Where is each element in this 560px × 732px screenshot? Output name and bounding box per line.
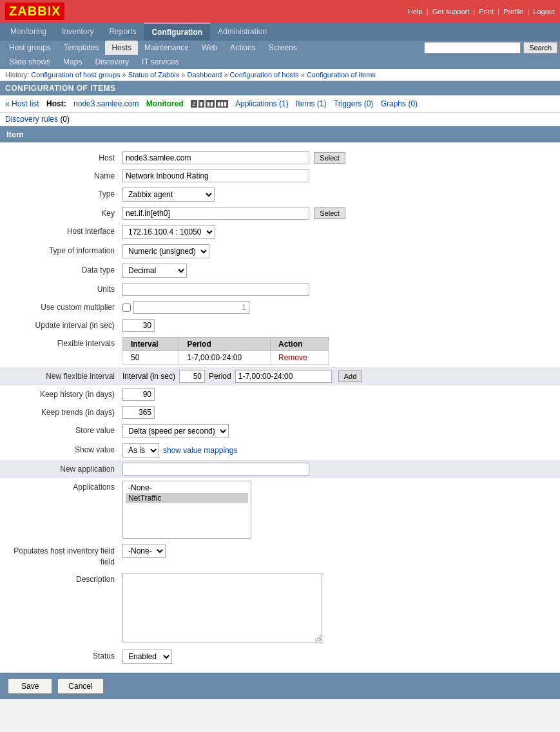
showvalue-select[interactable]: As is	[122, 443, 159, 458]
items-link[interactable]: Items (1)	[296, 99, 326, 108]
new-interval-input[interactable]	[179, 370, 205, 383]
section-title: CONFIGURATION OF ITEMS	[0, 81, 560, 95]
add-button[interactable]: Add	[338, 371, 363, 382]
keephistory-input[interactable]	[122, 388, 155, 401]
form-row-host: Host Select	[0, 149, 560, 167]
app-option-nettraffic[interactable]: NetTraffic	[126, 493, 248, 503]
host-select-button[interactable]: Select	[314, 152, 345, 164]
nav-inventory[interactable]: Inventory	[54, 23, 101, 40]
keeptrends-input[interactable]	[122, 406, 155, 419]
period-label-text: Period	[209, 372, 231, 381]
host-info-bar: « Host list Host: node3.samlee.com Monit…	[0, 95, 560, 113]
key-select-button[interactable]: Select	[314, 207, 345, 219]
profile-link[interactable]: Profile	[503, 8, 523, 15]
flexintervals-control: Interval Period Action 50 1-7,00:00-24:0…	[122, 337, 554, 365]
updateinterval-label: Update interval (in sec)	[6, 319, 122, 330]
icon-bar3: ▮▮▮	[216, 100, 228, 108]
showvalue-label: Show value	[6, 443, 122, 454]
name-input[interactable]	[122, 169, 309, 182]
hostinventory-select[interactable]: -None-	[122, 544, 166, 558]
subnav-hosts[interactable]: Hosts	[105, 41, 138, 55]
triggers-link[interactable]: Triggers (0)	[334, 99, 374, 108]
discovery-rules-link[interactable]: Discovery rules	[5, 115, 58, 124]
search-button[interactable]: Search	[523, 42, 557, 53]
breadcrumb-confhosts[interactable]: Configuration of hosts	[230, 71, 299, 79]
col-period: Period	[179, 338, 271, 351]
get-support-link[interactable]: Get support	[432, 8, 469, 15]
breadcrumb-hostgroups[interactable]: Configuration of host groups	[31, 71, 120, 79]
host-list-link[interactable]: « Host list	[5, 99, 39, 108]
form-row-updateinterval: Update interval (in sec)	[0, 316, 560, 334]
interval-sec-label: Interval (in sec)	[122, 372, 175, 381]
form-area: Host Select Name Type Zabbix agent Zabbi…	[0, 142, 560, 673]
name-field-control	[122, 169, 554, 182]
search-input[interactable]	[424, 42, 521, 53]
breadcrumb-confitems[interactable]: Configuration of items	[307, 71, 376, 79]
form-row-typeinfo: Type of information Numeric (unsigned) N…	[0, 242, 560, 261]
nav-monitoring[interactable]: Monitoring	[3, 23, 54, 40]
applications-label: Applications	[6, 481, 122, 492]
logout-link[interactable]: Logout	[533, 8, 555, 15]
breadcrumb-status[interactable]: Status of Zabbix	[128, 71, 180, 79]
applications-link[interactable]: Applications (1)	[235, 99, 289, 108]
hostinterface-select[interactable]: 172.16.100.4 : 10050	[122, 225, 215, 239]
updateinterval-control	[122, 319, 554, 332]
col-action: Action	[271, 338, 329, 351]
storevalue-select[interactable]: As is Delta (speed per second) Delta (si…	[122, 424, 229, 438]
app-option-none[interactable]: -None-	[126, 483, 248, 493]
newflexinterval-control: Interval (in sec) Period Add	[122, 370, 554, 383]
subnav-web[interactable]: Web	[195, 41, 224, 55]
updateinterval-input[interactable]	[122, 319, 155, 332]
host-input[interactable]	[122, 151, 309, 164]
hostname-link[interactable]: node3.samlee.com	[73, 99, 139, 108]
typeinfo-label: Type of information	[6, 244, 122, 255]
status-select[interactable]: Enabled Disabled	[122, 650, 172, 664]
main-nav: Monitoring Inventory Reports Configurati…	[0, 23, 560, 41]
subnav-maps[interactable]: Maps	[57, 55, 88, 69]
breadcrumb-dashboard[interactable]: Dashboard	[188, 71, 222, 79]
description-textarea[interactable]	[122, 573, 322, 642]
show-value-mappings-link[interactable]: show value mappings	[163, 446, 237, 455]
form-row-flexintervals: Flexible intervals Interval Period Actio…	[0, 334, 560, 367]
subnav-screens[interactable]: Screens	[262, 41, 304, 55]
description-control	[122, 573, 554, 644]
print-link[interactable]: Print	[479, 8, 494, 15]
multiplier-value-input[interactable]	[133, 301, 249, 314]
subnav-actions[interactable]: Actions	[224, 41, 262, 55]
type-field-label: Type	[6, 188, 122, 198]
newapplication-input[interactable]	[122, 463, 309, 476]
datatype-select[interactable]: Decimal Octal Hexadecimal Boolean	[122, 264, 187, 278]
save-button[interactable]: Save	[8, 679, 52, 694]
subnav-templates[interactable]: Templates	[57, 41, 106, 55]
cancel-button[interactable]: Cancel	[57, 679, 103, 694]
subnav-discovery[interactable]: Discovery	[88, 55, 135, 69]
subnav-itservices[interactable]: IT services	[135, 55, 186, 69]
typeinfo-select[interactable]: Numeric (unsigned) Numeric (float) Chara…	[122, 244, 209, 258]
graphs-link[interactable]: Graphs (0)	[381, 99, 418, 108]
item-section-header: Item	[0, 126, 560, 142]
new-period-input[interactable]	[235, 370, 332, 383]
units-input[interactable]	[122, 283, 309, 296]
multiplier-checkbox[interactable]	[122, 303, 131, 312]
multiplier-control	[122, 301, 554, 314]
subnav-maintenance[interactable]: Maintenance	[138, 41, 195, 55]
key-field-label: Key	[6, 207, 122, 218]
nav-administration[interactable]: Administration	[210, 23, 275, 40]
multiplier-label: Use custom multiplier	[6, 301, 122, 312]
remove-link[interactable]: Remove	[278, 353, 307, 362]
help-link[interactable]: Help	[408, 8, 423, 15]
form-row-units: Units	[0, 280, 560, 298]
applications-listbox[interactable]: -None- NetTraffic	[122, 481, 251, 539]
showvalue-control: As is show value mappings	[122, 443, 554, 458]
nav-configuration[interactable]: Configuration	[144, 23, 210, 41]
type-select[interactable]: Zabbix agent Zabbix agent (active) Simpl…	[122, 188, 215, 202]
flexintervals-label: Flexible intervals	[6, 337, 122, 348]
sub-nav-row2: Slide shows Maps Discovery IT services	[0, 55, 560, 69]
form-row-hostinventory: Populates host inventory field field -No…	[0, 541, 560, 570]
subnav-slideshows[interactable]: Slide shows	[3, 55, 57, 69]
key-input[interactable]	[122, 207, 309, 220]
nav-reports[interactable]: Reports	[101, 23, 144, 40]
datatype-label: Data type	[6, 264, 122, 274]
form-row-type: Type Zabbix agent Zabbix agent (active) …	[0, 185, 560, 204]
subnav-hostgroups[interactable]: Host groups	[3, 41, 57, 55]
